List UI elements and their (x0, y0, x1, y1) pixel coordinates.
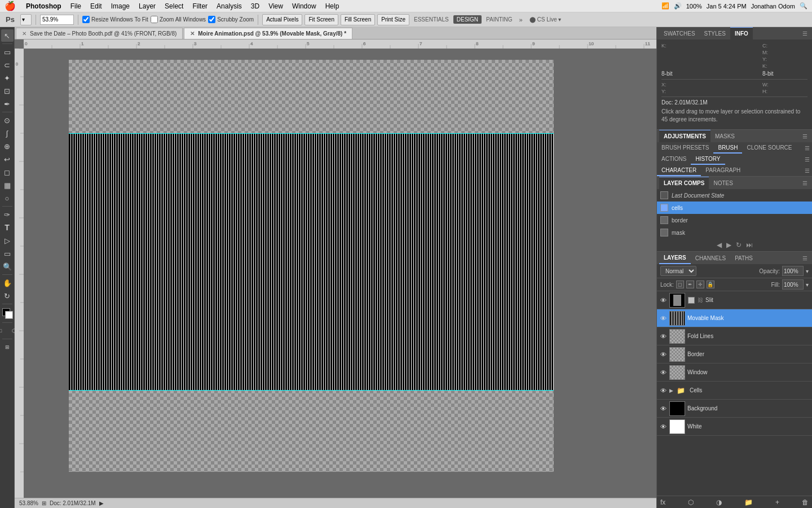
layercomp-update[interactable]: ↻ (736, 241, 742, 249)
lock-pixels[interactable]: ✒ (686, 281, 694, 288)
layer-visibility-movable-mask[interactable]: 👁 (659, 314, 667, 322)
adjustments-menu[interactable]: ☰ (800, 133, 810, 139)
clone-stamp-tool[interactable]: ⊕ (1, 140, 14, 152)
zoom-tool[interactable]: 🔍 (1, 260, 14, 273)
layer-visibility-cells[interactable]: 👁 (659, 387, 667, 395)
char-menu[interactable]: ☰ (802, 168, 812, 174)
actual-pixels-button[interactable]: Actual Pixels (262, 14, 302, 25)
layercomp-mask[interactable]: mask (657, 226, 812, 239)
layer-item-border[interactable]: 👁 Border (657, 345, 812, 364)
layercomp-cells[interactable]: cells (657, 202, 812, 214)
layer-item-white[interactable]: 👁 White (657, 418, 812, 436)
zoom-indicator[interactable]: ⊞ (42, 500, 46, 506)
lasso-tool[interactable]: ⊂ (1, 59, 14, 71)
tab-layer-comps[interactable]: LAYER COMPS (659, 177, 709, 189)
design-workspace[interactable]: DESIGN (453, 15, 482, 24)
layer-item-background[interactable]: 👁 Background (657, 400, 812, 418)
info-panel-menu[interactable]: ☰ (800, 30, 810, 37)
spot-heal-tool[interactable]: ⊙ (1, 114, 14, 126)
text-tool[interactable]: T (1, 221, 14, 234)
app-name[interactable]: Photoshop (21, 0, 66, 12)
tab-history[interactable]: HISTORY (691, 154, 725, 165)
history-menu[interactable]: ☰ (802, 156, 812, 163)
hand-tool[interactable]: ✋ (1, 277, 14, 289)
painting-workspace[interactable]: PAINTING (486, 16, 512, 23)
gradient-tool[interactable]: ▦ (1, 179, 14, 191)
color-swatches[interactable] (1, 307, 14, 319)
tool-preset-button[interactable]: ▾ (20, 14, 32, 25)
layer-visibility-white[interactable]: 👁 (659, 423, 667, 431)
tab-styles[interactable]: STYLES (700, 27, 730, 40)
layer-item-movable-mask[interactable]: 👁 Movable Mask (657, 309, 812, 327)
rotate-view-tool[interactable]: ↻ (1, 290, 14, 302)
menu-edit[interactable]: Edit (86, 0, 107, 12)
shape-tool[interactable]: ▭ (1, 247, 14, 260)
layer-item-cells[interactable]: 👁 ▶ 📁 Cells (657, 382, 812, 400)
dodge-tool[interactable]: ○ (1, 192, 14, 204)
layercomp-last-doc[interactable]: Last Document State (657, 189, 812, 202)
crop-tool[interactable]: ⊡ (1, 85, 14, 97)
fit-screen-button[interactable]: Fit Screen (304, 14, 338, 25)
menu-select[interactable]: Select (160, 0, 188, 12)
apple-menu[interactable]: 🍎 (5, 1, 16, 11)
blend-mode-select[interactable]: Normal Multiply Screen (660, 266, 696, 276)
menu-filter[interactable]: Filter (188, 0, 212, 12)
tab-save-the-date[interactable]: ✕ Save the Date – Photo Booth.pdf @ 41% … (16, 28, 183, 39)
tab-layers[interactable]: LAYERS (659, 252, 691, 264)
eyedropper-tool[interactable]: ✒ (1, 98, 14, 110)
menu-image[interactable]: Image (107, 0, 134, 12)
tab-channels[interactable]: CHANNELS (691, 252, 730, 264)
resize-windows-check[interactable]: Resize Windows To Fit (82, 16, 148, 23)
zoom-all-check[interactable]: Zoom All Windows (151, 16, 206, 23)
tab-masks[interactable]: MASKS (710, 130, 739, 142)
layer-visibility-slit[interactable]: 👁 (659, 296, 667, 304)
fill-arrow[interactable]: ▾ (806, 282, 809, 288)
tab-notes[interactable]: NOTES (709, 177, 737, 189)
opacity-input[interactable] (782, 266, 804, 276)
add-style-button[interactable]: fx (660, 498, 665, 506)
layer-item-slit[interactable]: 👁 ⛓ Slit (657, 291, 812, 309)
new-group-button[interactable]: 📁 (744, 498, 753, 506)
tab-adjustments[interactable]: ADJUSTMENTS (659, 130, 710, 142)
quick-select-tool[interactable]: ✦ (1, 72, 14, 84)
layer-item-fold-lines[interactable]: 👁 Fold Lines (657, 327, 812, 345)
scrubby-zoom-check[interactable]: Scrubby Zoom (208, 16, 254, 23)
opacity-arrow[interactable]: ▾ (806, 268, 809, 274)
marquee-tool[interactable]: ▭ (1, 46, 14, 58)
path-select-tool[interactable]: ▷ (1, 234, 14, 247)
tab-clone-source[interactable]: CLONE SOURCE (742, 142, 796, 154)
layercomp-menu[interactable]: ☰ (800, 180, 810, 186)
tab-moire[interactable]: ✕ Moire Animation.psd @ 53.9% (Movable M… (184, 28, 352, 39)
brush-menu[interactable]: ☰ (802, 145, 812, 151)
add-mask-button[interactable]: ⬡ (688, 498, 694, 506)
fill-screen-button[interactable]: Fill Screen (341, 14, 375, 25)
tab-close-2[interactable]: ✕ (190, 30, 195, 37)
tab-actions[interactable]: ACTIONS (657, 154, 691, 165)
layer-visibility-window[interactable]: 👁 (659, 369, 667, 376)
move-tool[interactable]: ↖ (1, 29, 14, 42)
tab-close-1[interactable]: ✕ (22, 30, 27, 37)
layer-visibility-fold-lines[interactable]: 👁 (659, 332, 667, 340)
workspace-chevron[interactable]: » (519, 16, 523, 23)
tab-info[interactable]: INFO (730, 27, 753, 40)
tab-paragraph[interactable]: PARAGRAPH (701, 165, 745, 176)
tab-brush[interactable]: BRUSH (713, 142, 742, 154)
pen-tool[interactable]: ✑ (1, 208, 14, 221)
folder-arrow-cells[interactable]: ▶ (669, 388, 673, 393)
lock-position[interactable]: ✛ (696, 281, 704, 288)
screen-mode-button[interactable]: ⊞ (1, 341, 14, 353)
status-arrow[interactable]: ▶ (99, 500, 104, 506)
zoom-input[interactable] (40, 15, 74, 25)
menu-help[interactable]: Help (321, 0, 344, 12)
eraser-tool[interactable]: ◻ (1, 166, 14, 178)
tab-swatches[interactable]: SWATCHES (659, 27, 700, 40)
layer-item-window[interactable]: 👁 Window (657, 364, 812, 382)
layercomp-border[interactable]: border (657, 214, 812, 226)
tab-brush-presets[interactable]: BRUSH PRESETS (657, 142, 713, 154)
layers-menu[interactable]: ☰ (800, 255, 810, 261)
fill-input[interactable] (782, 279, 804, 290)
standard-mode[interactable]: □ (0, 325, 7, 337)
tab-character[interactable]: CHARACTER (657, 165, 701, 176)
menu-analysis[interactable]: Analysis (212, 0, 246, 12)
canvas-scroll-area[interactable] (24, 49, 656, 488)
